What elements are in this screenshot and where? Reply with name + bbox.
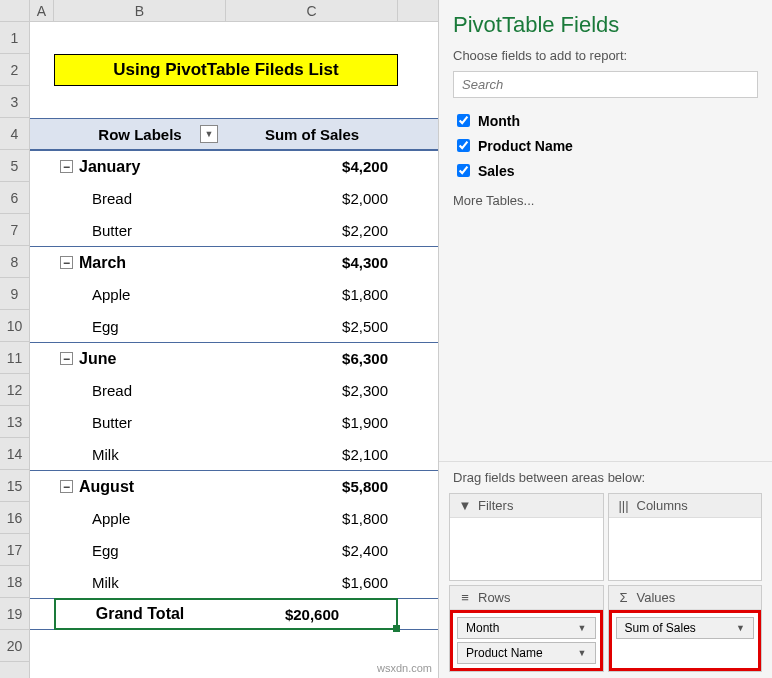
field-checkbox[interactable] [457, 139, 470, 152]
sigma-icon: Σ [617, 590, 631, 605]
rows-area[interactable]: ≡Rows Month▼Product Name▼ [449, 585, 604, 672]
item-row: Apple$1,800 [30, 278, 438, 310]
row-header[interactable]: 17 [0, 534, 29, 566]
more-tables-link[interactable]: More Tables... [439, 183, 772, 218]
item-row: Egg$2,500 [30, 310, 438, 342]
columns-label: Columns [637, 498, 688, 513]
row-header[interactable]: 10 [0, 310, 29, 342]
column-headers: A B C [0, 0, 438, 22]
field-checkbox[interactable] [457, 164, 470, 177]
field-label: Product Name [478, 138, 573, 154]
col-header-b[interactable]: B [54, 0, 226, 21]
row-header[interactable]: 13 [0, 406, 29, 438]
pivot-header-row: Row Labels▼Sum of Sales [30, 118, 438, 150]
cells-area[interactable]: Using PivotTable Fileds ListRow Labels▼S… [30, 22, 438, 678]
grand-total-row: Grand Total$20,600 [30, 598, 438, 630]
filters-area[interactable]: ▼Filters [449, 493, 604, 581]
field-item[interactable]: Month [453, 108, 758, 133]
item-row: Butter$1,900 [30, 406, 438, 438]
row-header[interactable]: 15 [0, 470, 29, 502]
row-labels-dropdown[interactable]: ▼ [200, 125, 218, 143]
item-row: Butter$2,200 [30, 214, 438, 246]
row-header[interactable]: 18 [0, 566, 29, 598]
month-row: −August$5,800 [30, 470, 438, 502]
area-chip[interactable]: Month▼ [457, 617, 596, 639]
field-label: Month [478, 113, 520, 129]
row-header[interactable]: 7 [0, 214, 29, 246]
item-row: Egg$2,400 [30, 534, 438, 566]
item-row: Milk$1,600 [30, 566, 438, 598]
row-header[interactable]: 14 [0, 438, 29, 470]
columns-icon: ||| [617, 498, 631, 513]
chevron-down-icon[interactable]: ▼ [736, 623, 745, 633]
rows-label: Rows [478, 590, 511, 605]
columns-area[interactable]: |||Columns [608, 493, 763, 581]
item-row: Apple$1,800 [30, 502, 438, 534]
pane-subtitle: Choose fields to add to report: [439, 48, 772, 71]
row-header[interactable]: 1 [0, 22, 29, 54]
drop-areas: ▼Filters |||Columns ≡Rows Month▼Product … [439, 493, 772, 678]
row-header[interactable]: 19 [0, 598, 29, 630]
month-row: −January$4,200 [30, 150, 438, 182]
row-header[interactable]: 12 [0, 374, 29, 406]
title-row: Using PivotTable Fileds List [30, 54, 438, 86]
item-row: Milk$2,100 [30, 438, 438, 470]
select-all-corner[interactable] [0, 0, 30, 21]
col-header-a[interactable]: A [30, 0, 54, 21]
row-header[interactable]: 2 [0, 54, 29, 86]
field-item[interactable]: Product Name [453, 133, 758, 158]
watermark: wsxdn.com [377, 662, 432, 674]
row-header[interactable]: 5 [0, 150, 29, 182]
filters-label: Filters [478, 498, 513, 513]
row-header[interactable]: 3 [0, 86, 29, 118]
row-headers: 1234567891011121314151617181920 [0, 22, 30, 678]
row-header[interactable]: 11 [0, 342, 29, 374]
drag-label: Drag fields between areas below: [439, 461, 772, 493]
collapse-icon[interactable]: − [60, 480, 73, 493]
pivot-fields-pane: PivotTable Fields Choose fields to add t… [438, 0, 772, 678]
area-chip[interactable]: Sum of Sales▼ [616, 617, 755, 639]
chevron-down-icon[interactable]: ▼ [578, 623, 587, 633]
month-row: −June$6,300 [30, 342, 438, 374]
item-row: Bread$2,000 [30, 182, 438, 214]
rows-icon: ≡ [458, 590, 472, 605]
search-box[interactable] [453, 71, 758, 98]
values-label: Values [637, 590, 676, 605]
row-header[interactable]: 8 [0, 246, 29, 278]
collapse-icon[interactable]: − [60, 160, 73, 173]
chevron-down-icon[interactable]: ▼ [578, 648, 587, 658]
row-header[interactable]: 20 [0, 630, 29, 662]
spreadsheet-area: A B C 1234567891011121314151617181920 Us… [0, 0, 438, 678]
field-item[interactable]: Sales [453, 158, 758, 183]
col-header-c[interactable]: C [226, 0, 398, 21]
row-header[interactable]: 4 [0, 118, 29, 150]
item-row: Bread$2,300 [30, 374, 438, 406]
month-row: −March$4,300 [30, 246, 438, 278]
pane-title: PivotTable Fields [439, 4, 772, 48]
values-area[interactable]: ΣValues Sum of Sales▼ [608, 585, 763, 672]
row-header[interactable]: 6 [0, 182, 29, 214]
collapse-icon[interactable]: − [60, 256, 73, 269]
row-header[interactable]: 16 [0, 502, 29, 534]
field-checkbox[interactable] [457, 114, 470, 127]
area-chip[interactable]: Product Name▼ [457, 642, 596, 664]
search-input[interactable] [453, 71, 758, 98]
field-label: Sales [478, 163, 515, 179]
field-list: MonthProduct NameSales [439, 108, 772, 183]
row-header[interactable]: 9 [0, 278, 29, 310]
collapse-icon[interactable]: − [60, 352, 73, 365]
filter-icon: ▼ [458, 498, 472, 513]
